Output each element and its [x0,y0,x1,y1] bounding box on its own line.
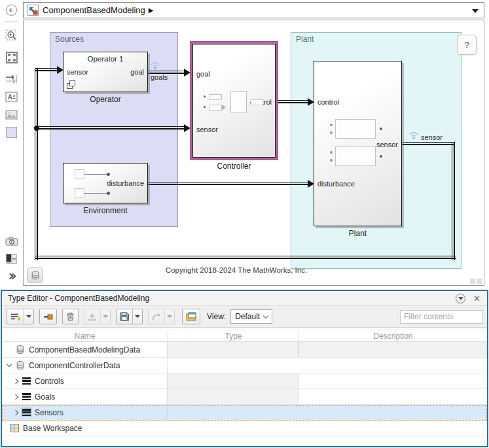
type-editor-titlebar[interactable]: Type Editor - ComponentBasedModeling ✕ [2,291,487,306]
sensor-bus-right-segment[interactable] [452,142,455,260]
open-in-window-button[interactable] [182,309,200,324]
operator-sensor-wire[interactable] [35,68,58,71]
breadcrumb-model-name[interactable]: ComponentBasedModeling [43,5,145,15]
dropdown-caret-icon [26,315,31,318]
annotation-button[interactable]: A [5,90,18,103]
sensor-log-wireless-icon[interactable] [408,129,420,139]
model-canvas[interactable]: Sources Plant goals se [23,20,484,286]
controller-sensor-wire[interactable] [35,126,185,129]
filter-contents-input[interactable] [400,310,483,324]
row-description-cell [299,405,487,420]
route-arrows-icon [5,75,18,84]
row-type-cell [168,358,299,373]
screenshot-button[interactable] [5,234,18,248]
view-select[interactable]: Default [230,309,272,324]
combo-caret-icon [263,313,268,318]
camera-icon [5,237,18,246]
controller-preview-shape [230,91,247,113]
add-bus-element-button[interactable] [39,309,57,324]
row-name: Controls [35,377,64,386]
apply-dropdown[interactable] [164,309,174,324]
table-row-selected[interactable]: Sensors [2,405,487,421]
fit-to-view-button[interactable] [5,50,18,64]
view-label: View: [207,312,226,321]
sensor-bus-left-segment[interactable] [35,69,38,260]
window-table-icon [186,312,196,321]
viewmarks-button[interactable] [5,252,18,266]
table-row[interactable]: ComponentBasedModelingData [2,342,487,358]
plant-preview-dot [330,124,333,126]
plant-block[interactable]: control disturbance sensor [314,61,402,226]
column-header-type[interactable]: Type [168,332,299,341]
tree-expand-toggle[interactable] [5,364,13,366]
panel-dock-menu-button[interactable] [456,294,465,303]
table-row[interactable]: Controls [2,373,487,389]
bus-type-icon [22,377,31,385]
save-button[interactable] [116,309,143,324]
import-icon [88,313,97,321]
plant-block-label[interactable]: Plant [314,229,402,238]
disturbance-wire[interactable] [148,182,308,185]
delete-button[interactable] [62,309,79,324]
add-type-dropdown[interactable] [24,309,33,324]
row-description-cell [299,342,487,357]
area-button[interactable] [5,126,18,139]
apply-changes-button[interactable] [148,309,175,324]
dropdown-caret-icon [103,315,108,318]
row-type-cell [168,405,299,420]
plant-sensor-wire[interactable] [402,142,455,145]
environment-preview-dot [107,192,110,195]
controller-block-label[interactable]: Controller [190,162,278,171]
row-name: Sensors [35,408,63,417]
sensor-bus-bottom-segment[interactable] [35,256,456,259]
model-browser-toggle-button[interactable] [6,5,17,16]
image-button[interactable] [5,108,18,122]
breadcrumb-dropdown-icon[interactable] [472,9,479,13]
data-dictionary-badge-button[interactable] [27,267,43,283]
controller-port-sensor: sensor [196,126,218,133]
add-type-button[interactable] [7,309,34,324]
table-row[interactable]: Goals [2,389,487,405]
environment-preview-line [84,174,107,175]
tree-expand-toggle[interactable] [11,379,20,383]
save-icon [120,312,129,321]
import-dropdown[interactable] [100,309,110,324]
environment-block[interactable]: disturbance [63,163,148,203]
chevron-collapsed-icon [12,394,18,399]
row-description-cell [299,421,487,436]
route-signals-button[interactable] [5,72,18,86]
data-dictionary-icon [31,270,40,281]
operator-block[interactable]: Operator 1 sensor goal [63,52,148,92]
tree-expand-toggle[interactable] [11,411,20,415]
operator-block-label[interactable]: Operator [63,95,148,104]
panel-close-button[interactable]: ✕ [473,294,480,303]
column-header-name[interactable]: Name [2,332,168,341]
plant-preview-dot [380,155,382,158]
zoom-region-button[interactable] [5,29,18,43]
table-row[interactable]: ComponentControllerData [2,358,487,373]
table-row[interactable]: Base Workspace [2,421,487,436]
column-header-description[interactable]: Description [299,332,487,341]
expand-sidebar-button[interactable] [5,269,18,283]
help-annotation-button[interactable]: ? [457,35,477,55]
breadcrumb-expand-arrow[interactable]: ▶ [149,7,154,14]
environment-block-label[interactable]: Environment [63,206,148,215]
model-reference-badge-icon[interactable] [67,80,76,89]
save-dropdown[interactable] [132,309,142,324]
import-button[interactable] [84,309,111,324]
row-type-cell [168,373,299,388]
goals-log-wireless-icon[interactable] [149,60,161,69]
control-wire[interactable] [278,100,308,103]
environment-preview-line [84,193,107,194]
controller-preview-shape [251,99,263,105]
canvas-scrollbar-corner[interactable] [470,279,482,284]
goals-wire-label[interactable]: goals [151,73,168,81]
sensor-wire-label[interactable]: sensor [421,133,443,141]
controller-block[interactable]: goal sensor control [192,44,276,158]
row-name: Goals [35,392,55,402]
plant-preview-dot [330,151,333,154]
breadcrumb[interactable]: ComponentBasedModeling ▶ [23,2,484,18]
row-description-cell [299,358,487,373]
tree-expand-toggle[interactable] [11,395,20,399]
operator-port-goal: goal [130,68,144,76]
